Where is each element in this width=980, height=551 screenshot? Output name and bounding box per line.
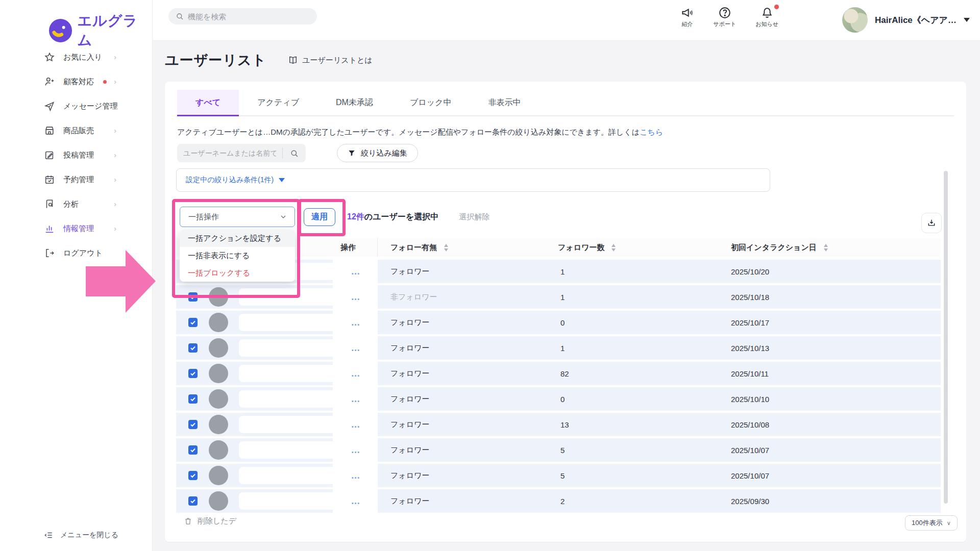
table-row: … フォロワー 5 2025/10/07 <box>176 464 941 487</box>
row-actions-button[interactable]: … <box>345 311 367 334</box>
redacted-username <box>239 467 336 484</box>
sidebar-item-messages[interactable]: メッセージ管理 › <box>0 94 152 118</box>
global-search[interactable] <box>168 8 317 24</box>
tab-hidden[interactable]: 非表示中 <box>470 90 539 115</box>
table-row: … フォロワー 5 2025/10/07 <box>176 438 941 462</box>
sidebar-item-label: メッセージ管理 <box>63 102 117 111</box>
dropdown-option-set-action[interactable]: 一括アクションを設定する <box>180 230 295 247</box>
sidebar-item-reservations[interactable]: 予約管理 › <box>0 167 152 192</box>
user-menu[interactable]: HairAlice《ヘアア… <box>842 7 970 33</box>
avatar <box>209 415 228 434</box>
dropdown-option-hide[interactable]: 一括非表示にする <box>180 247 295 264</box>
app-window: エルグラム お気に入り › 顧客対応 › メッセージ管理 › 商品販売 <box>0 0 980 551</box>
chevron-right-icon: › <box>114 176 116 184</box>
row-checkbox[interactable] <box>188 496 198 506</box>
row-actions-button[interactable]: … <box>345 285 367 309</box>
sidebar-item-label: 情報管理 <box>63 224 94 234</box>
message-icon <box>44 101 55 112</box>
filter-edit-label: 絞り込み編集 <box>361 148 407 158</box>
tab-all[interactable]: すべて <box>177 90 239 115</box>
apply-button[interactable]: 適用 <box>304 208 335 226</box>
row-actions-button[interactable]: … <box>345 413 367 436</box>
avatar <box>209 466 228 485</box>
tab-dm-unapproved[interactable]: DM未承認 <box>317 90 391 115</box>
tab-active[interactable]: アクティブ <box>239 90 317 115</box>
row-actions-button[interactable]: … <box>345 387 367 411</box>
row-checkbox[interactable] <box>188 445 198 455</box>
follower-count: 1 <box>560 260 565 283</box>
first-interaction-date: 2025/10/08 <box>731 413 769 436</box>
header-first-interaction[interactable]: 初回インタラクション日 <box>731 238 828 257</box>
bulk-action-select[interactable]: 一括操作 <box>180 207 295 227</box>
filter-condition-box[interactable]: 設定中の絞り込み条件(1件) <box>176 168 770 192</box>
table-row: … フォロワー 0 2025/10/10 <box>176 387 941 411</box>
follow-status: フォロワー <box>390 336 429 360</box>
row-checkbox[interactable] <box>188 343 198 353</box>
page-size-button[interactable]: 100件表示 ∨ <box>905 515 958 531</box>
table-row: … 非フォロワー 1 2025/10/18 <box>176 285 941 309</box>
filter-edit-button[interactable]: 絞り込み編集 <box>337 144 418 162</box>
redacted-username <box>239 365 336 382</box>
sidebar-item-label: 分析 <box>63 199 79 209</box>
vertical-scrollbar[interactable] <box>944 171 948 504</box>
redacted-username <box>239 416 336 433</box>
sidebar-item-logout[interactable]: ログアウト <box>0 241 152 265</box>
table-row: … フォロワー 1 2025/10/13 <box>176 336 941 360</box>
chevron-down-icon <box>279 213 287 221</box>
header-followers[interactable]: フォロワー数 <box>558 238 616 257</box>
sort-icon[interactable] <box>444 244 448 252</box>
brand-logo[interactable]: エルグラム <box>49 11 152 50</box>
sidebar-item-label: 投稿管理 <box>63 151 94 160</box>
row-actions-button[interactable]: … <box>345 260 367 283</box>
tab-label: DM未承認 <box>336 97 373 108</box>
global-search-input[interactable] <box>188 12 310 21</box>
page-help-link[interactable]: ユーザーリストとは <box>288 55 372 65</box>
sidebar-item-label: ログアウト <box>63 248 103 258</box>
support-button[interactable]: サポート <box>713 6 736 28</box>
chevron-right-icon: › <box>114 53 116 61</box>
avatar <box>209 338 228 358</box>
row-checkbox[interactable] <box>188 471 198 480</box>
search-icon <box>176 12 184 20</box>
deleted-data-link[interactable]: 削除したデ <box>184 516 236 526</box>
row-actions-button[interactable]: … <box>345 362 367 385</box>
download-button[interactable] <box>921 213 942 233</box>
sidebar-item-analysis[interactable]: 分析 › <box>0 192 152 216</box>
sidebar-item-customer[interactable]: 顧客対応 › <box>0 69 152 94</box>
row-checkbox[interactable] <box>188 394 198 404</box>
tab-blocked[interactable]: ブロック中 <box>391 90 470 115</box>
dropdown-option-block[interactable]: 一括ブロックする <box>180 264 295 282</box>
table-row: … フォロワー 0 2025/10/17 <box>176 311 941 334</box>
sort-icon[interactable] <box>824 244 828 252</box>
header-follow[interactable]: フォロー有無 <box>390 238 448 257</box>
clear-selection-link[interactable]: 選択解除 <box>459 212 489 222</box>
first-interaction-date: 2025/10/07 <box>731 438 769 462</box>
referral-button[interactable]: 紹介 <box>680 6 694 28</box>
follower-count: 5 <box>560 438 565 462</box>
row-checkbox[interactable] <box>188 318 198 327</box>
sidebar-item-info[interactable]: 情報管理 › <box>0 216 152 241</box>
chevron-right-icon: › <box>114 224 116 233</box>
search-icon[interactable] <box>283 149 305 158</box>
notice-link[interactable]: こちら <box>640 128 663 136</box>
row-checkbox[interactable] <box>188 369 198 378</box>
calendar-icon <box>44 174 55 185</box>
topbar-actions: 紹介 サポート お知らせ <box>680 6 778 28</box>
user-search[interactable] <box>177 144 306 162</box>
sidebar-item-posts[interactable]: 投稿管理 › <box>0 143 152 167</box>
user-search-input[interactable] <box>177 149 282 157</box>
notification-dot <box>103 80 107 84</box>
row-actions-button[interactable]: … <box>345 336 367 360</box>
tab-bar: すべて アクティブ DM未承認 ブロック中 非表示中 <box>177 90 954 116</box>
row-checkbox[interactable] <box>188 420 198 429</box>
collapse-menu-button[interactable]: メニューを閉じる <box>44 531 118 540</box>
follow-status: フォロワー <box>390 311 429 334</box>
row-checkbox[interactable] <box>188 292 198 302</box>
row-actions-button[interactable]: … <box>345 464 367 487</box>
sidebar-item-favorites[interactable]: お気に入り › <box>0 45 152 69</box>
sidebar-item-sales[interactable]: 商品販売 › <box>0 118 152 143</box>
row-actions-button[interactable]: … <box>345 438 367 462</box>
row-actions-button[interactable]: … <box>345 489 367 513</box>
notifications-button[interactable]: お知らせ <box>755 6 778 28</box>
sort-icon[interactable] <box>611 244 616 252</box>
